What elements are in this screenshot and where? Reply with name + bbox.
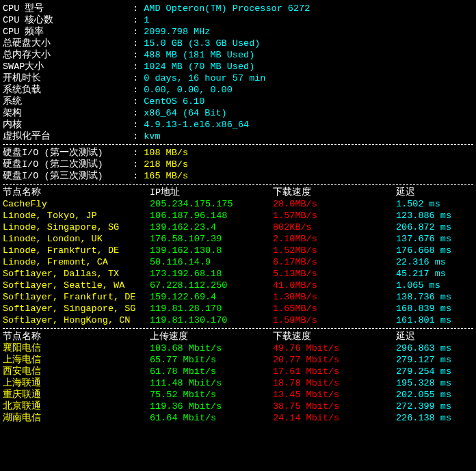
diskio-label: 硬盘I/O (第三次测试) [3, 170, 133, 182]
upload-speed: 61.78 Mbit/s [150, 366, 273, 377]
latency: 226.138 ms [396, 412, 451, 424]
node-name: 西安电信 [3, 366, 150, 377]
download-speed: 1.57MB/s [273, 210, 396, 221]
node-name: Softlayer, Frankfurt, DE [3, 291, 150, 303]
node-name: Linode, Frankfurt, DE [3, 245, 150, 256]
sysinfo-label: 系统 [3, 96, 133, 107]
header-upload: 上传速度 [150, 331, 273, 342]
sysinfo-value: 0.00, 0.00, 0.00 [144, 85, 233, 95]
latency: 195.328 ms [396, 377, 451, 389]
node-name: Linode, Fremont, CA [3, 256, 150, 268]
node-name: 襄阳电信 [3, 342, 150, 354]
latency: 279.254 ms [396, 366, 451, 377]
latency: 279.127 ms [396, 354, 451, 366]
net-row: Linode, Singapore, SG139.162.23.4802KB/s… [3, 221, 473, 233]
node-ip: 67.228.112.250 [150, 280, 273, 291]
node-ip: 176.58.107.39 [150, 233, 273, 245]
cn-row: 重庆联通75.52 Mbit/s13.45 Mbit/s202.055 ms [3, 389, 473, 401]
latency: 296.863 ms [396, 342, 451, 354]
node-name: Softlayer, Dallas, TX [3, 268, 150, 280]
sysinfo-value: 2099.798 MHz [144, 27, 210, 37]
colon: : [133, 15, 144, 25]
download-speed: 2.10MB/s [273, 233, 396, 245]
node-name: 重庆联通 [3, 389, 150, 401]
node-name: Linode, Singapore, SG [3, 221, 150, 233]
download-speed: 20.77 Mbit/s [273, 354, 396, 366]
cn-row: 上海电信65.77 Mbit/s20.77 Mbit/s279.127 ms [3, 354, 473, 366]
sysinfo-value: 4.9.13-1.el6.x86_64 [144, 120, 249, 130]
sysinfo-label: 总内存大小 [3, 49, 133, 61]
download-speed: 13.45 Mbit/s [273, 389, 396, 401]
diskio-row: 硬盘I/O (第一次测试): 108 MB/s [3, 147, 473, 159]
net-row: Softlayer, Frankfurt, DE159.122.69.41.30… [3, 291, 473, 303]
upload-speed: 103.68 Mbit/s [150, 342, 273, 354]
sysinfo-row: CPU 频率: 2099.798 MHz [3, 26, 473, 38]
sysinfo-value: x86_64 (64 Bit) [144, 108, 227, 118]
net-row: Linode, Frankfurt, DE139.162.130.81.52MB… [3, 245, 473, 256]
node-ip: 205.234.175.175 [150, 198, 273, 210]
latency: 1.065 ms [396, 280, 440, 291]
header-download: 下载速度 [273, 187, 396, 198]
sysinfo-row: 系统: CentOS 6.10 [3, 96, 473, 107]
upload-speed: 65.77 Mbit/s [150, 354, 273, 366]
diskio-label: 硬盘I/O (第二次测试) [3, 159, 133, 170]
node-ip: 119.81.130.170 [150, 314, 273, 326]
download-speed: 5.13MB/s [273, 268, 396, 280]
diskio-value: 165 MB/s [144, 171, 188, 181]
colon: : [133, 148, 144, 158]
net-row: Linode, Tokyo, JP106.187.96.1481.57MB/s1… [3, 210, 473, 221]
cn-row: 北京联通119.36 Mbit/s38.75 Mbit/s272.399 ms [3, 401, 473, 412]
node-ip: 139.162.130.8 [150, 245, 273, 256]
cn-row: 西安电信61.78 Mbit/s17.61 Mbit/s279.254 ms [3, 366, 473, 377]
node-name: 上海联通 [3, 377, 150, 389]
node-name: Softlayer, HongKong, CN [3, 314, 150, 326]
sysinfo-label: 系统负载 [3, 84, 133, 96]
node-name: Linode, Tokyo, JP [3, 210, 150, 221]
latency: 1.502 ms [396, 198, 440, 210]
sysinfo-row: SWAP大小: 1024 MB (70 MB Used) [3, 61, 473, 72]
download-speed: 49.76 Mbit/s [273, 342, 396, 354]
download-speed: 28.0MB/s [273, 198, 396, 210]
diskio-value: 108 MB/s [144, 148, 188, 158]
download-speed: 38.75 Mbit/s [273, 401, 396, 412]
net-row: Linode, Fremont, CA50.116.14.96.17MB/s22… [3, 256, 473, 268]
sysinfo-row: CPU 型号: AMD Opteron(TM) Processor 6272 [3, 3, 473, 14]
latency: 123.886 ms [396, 210, 451, 221]
latency: 206.872 ms [396, 221, 451, 233]
cn-row: 湖南电信61.64 Mbit/s24.14 Mbit/s226.138 ms [3, 412, 473, 424]
download-speed: 1.65MB/s [273, 303, 396, 314]
net-row: Softlayer, Seattle, WA67.228.112.25041.0… [3, 280, 473, 291]
sysinfo-value: 0 days, 16 hour 57 min [144, 73, 265, 83]
node-name: CacheFly [3, 198, 150, 210]
upload-speed: 119.36 Mbit/s [150, 401, 273, 412]
cn-row: 上海联通111.48 Mbit/s18.78 Mbit/s195.328 ms [3, 377, 473, 389]
download-speed: 24.14 Mbit/s [273, 412, 396, 424]
sysinfo-label: 架构 [3, 107, 133, 119]
node-ip: 139.162.23.4 [150, 221, 273, 233]
download-speed: 802KB/s [273, 221, 396, 233]
sysinfo-row: 开机时长: 0 days, 16 hour 57 min [3, 72, 473, 84]
latency: 137.676 ms [396, 233, 451, 245]
sysinfo-value: 488 MB (181 MB Used) [144, 50, 254, 60]
diskio-label: 硬盘I/O (第一次测试) [3, 147, 133, 159]
download-speed: 17.61 Mbit/s [273, 366, 396, 377]
diskio-value: 218 MB/s [144, 159, 188, 170]
network-test-section: CacheFly205.234.175.17528.0MB/s1.502 msL… [3, 198, 473, 326]
header-download: 下载速度 [273, 331, 396, 342]
download-speed: 1.59MB/s [273, 314, 396, 326]
header-node: 节点名称 [3, 187, 150, 198]
net-row: Softlayer, HongKong, CN119.81.130.1701.5… [3, 314, 473, 326]
latency: 138.736 ms [396, 291, 451, 303]
sysinfo-label: 虚拟化平台 [3, 131, 133, 142]
colon: : [133, 85, 144, 95]
sysinfo-row: 系统负载: 0.00, 0.00, 0.00 [3, 84, 473, 96]
upload-speed: 61.64 Mbit/s [150, 412, 273, 424]
header-latency: 延迟 [396, 187, 415, 198]
download-speed: 1.30MB/s [273, 291, 396, 303]
cn-row: 襄阳电信103.68 Mbit/s49.76 Mbit/s296.863 ms [3, 342, 473, 354]
sysinfo-value: CentOS 6.10 [144, 96, 204, 107]
colon: : [133, 50, 144, 60]
colon: : [133, 131, 144, 142]
sysinfo-value: 15.0 GB (3.3 GB Used) [144, 38, 260, 49]
node-ip: 119.81.28.170 [150, 303, 273, 314]
